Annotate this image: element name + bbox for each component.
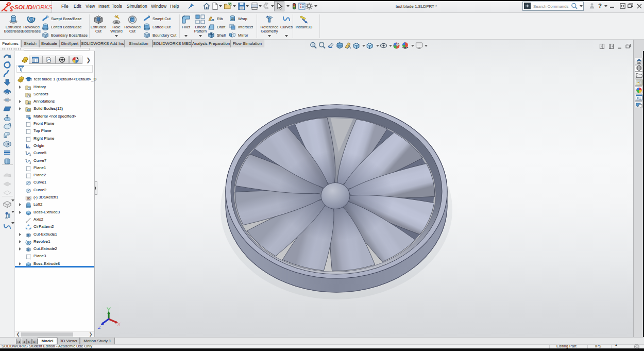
svg-text:ab: ab: [231, 18, 234, 21]
svg-text:A: A: [27, 101, 30, 105]
svg-text:3D: 3D: [26, 197, 30, 200]
svg-text:SOLID: SOLID: [14, 4, 32, 10]
svg-text:Z: Z: [97, 325, 101, 330]
svg-text:WORKS: WORKS: [30, 4, 53, 10]
svg-text:X: X: [117, 322, 121, 327]
